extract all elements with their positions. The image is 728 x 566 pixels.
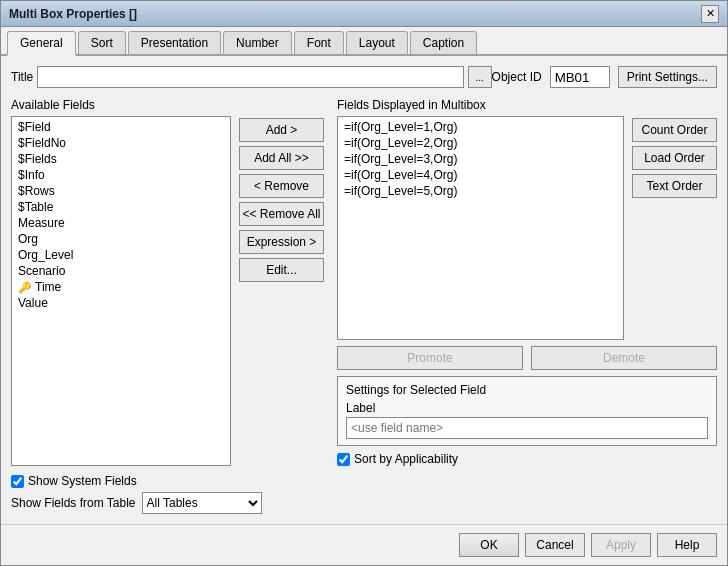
tab-number[interactable]: Number	[223, 31, 292, 54]
list-item-text: $Field	[18, 120, 51, 134]
show-fields-row: Show Fields from Table All Tables	[11, 492, 717, 514]
add-button[interactable]: Add >	[239, 118, 324, 142]
add-all-button[interactable]: Add All >>	[239, 146, 324, 170]
title-label: Title	[11, 70, 33, 84]
demote-button[interactable]: Demote	[531, 346, 717, 370]
selected-field-title: Settings for Selected Field	[346, 383, 708, 397]
count-order-button[interactable]: Count Order	[632, 118, 717, 142]
title-input[interactable]	[37, 66, 463, 88]
list-item-text: $Fields	[18, 152, 57, 166]
remove-all-button[interactable]: << Remove All	[239, 202, 324, 226]
list-item-text: $Info	[18, 168, 45, 182]
list-item[interactable]: =if(Org_Level=3,Org)	[340, 151, 621, 167]
browse-button[interactable]: ...	[468, 66, 492, 88]
list-item[interactable]: Org_Level	[14, 247, 228, 263]
list-item[interactable]: =if(Org_Level=1,Org)	[340, 119, 621, 135]
tab-general[interactable]: General	[7, 31, 76, 56]
print-settings-button[interactable]: Print Settings...	[618, 66, 717, 88]
text-order-button[interactable]: Text Order	[632, 174, 717, 198]
list-item[interactable]: Value	[14, 295, 228, 311]
promote-demote-row: Promote Demote	[337, 346, 717, 370]
list-item[interactable]: $Table	[14, 199, 228, 215]
list-item[interactable]: Measure	[14, 215, 228, 231]
list-item-text: $Table	[18, 200, 53, 214]
ok-button[interactable]: OK	[459, 533, 519, 557]
middle-panel: Add > Add All >> < Remove << Remove All …	[239, 98, 329, 466]
list-item-text: Scenario	[18, 264, 65, 278]
key-icon: 🔑	[18, 281, 32, 294]
show-system-checkbox[interactable]	[11, 475, 24, 488]
tab-sort[interactable]: Sort	[78, 31, 126, 54]
bottom-section: Show System Fields Show Fields from Tabl…	[11, 474, 717, 514]
fields-display-label: Fields Displayed in Multibox	[337, 98, 624, 112]
close-button[interactable]: ✕	[701, 5, 719, 23]
available-fields-listbox[interactable]: $Field$FieldNo$Fields$Info$Rows$TableMea…	[11, 116, 231, 466]
list-item-text: Time	[35, 280, 61, 294]
window-title: Multi Box Properties []	[9, 7, 137, 21]
list-item[interactable]: $Fields	[14, 151, 228, 167]
list-item[interactable]: $Rows	[14, 183, 228, 199]
available-fields-label: Available Fields	[11, 98, 231, 112]
tab-caption[interactable]: Caption	[410, 31, 477, 54]
object-id-input[interactable]	[550, 66, 610, 88]
show-fields-select[interactable]: All Tables	[142, 492, 262, 514]
list-item-text: Value	[18, 296, 48, 310]
list-item-text: $Rows	[18, 184, 55, 198]
tab-presentation[interactable]: Presentation	[128, 31, 221, 54]
right-top: Fields Displayed in Multibox =if(Org_Lev…	[337, 98, 717, 340]
main-window: Multi Box Properties [] ✕ GeneralSortPre…	[0, 0, 728, 566]
left-panel: Available Fields $Field$FieldNo$Fields$I…	[11, 98, 231, 466]
field-label-label: Label	[346, 401, 708, 415]
list-item[interactable]: $Field	[14, 119, 228, 135]
right-buttons: Count Order Load Order Text Order	[632, 98, 717, 340]
main-content: Title ... Object ID Print Settings... Av…	[1, 56, 727, 524]
remove-button[interactable]: < Remove	[239, 174, 324, 198]
cancel-button[interactable]: Cancel	[525, 533, 585, 557]
list-item[interactable]: Org	[14, 231, 228, 247]
object-id-section: Object ID Print Settings...	[492, 66, 717, 88]
sort-by-label: Sort by Applicability	[337, 452, 458, 466]
list-item-text: Measure	[18, 216, 65, 230]
promote-button[interactable]: Promote	[337, 346, 523, 370]
title-bar: Multi Box Properties [] ✕	[1, 1, 727, 27]
show-fields-label: Show Fields from Table	[11, 496, 136, 510]
expression-button[interactable]: Expression >	[239, 230, 324, 254]
sort-by-text: Sort by Applicability	[354, 452, 458, 466]
object-id-label: Object ID	[492, 70, 542, 84]
list-item[interactable]: Scenario	[14, 263, 228, 279]
selected-field-box: Settings for Selected Field Label	[337, 376, 717, 446]
list-item[interactable]: =if(Org_Level=4,Org)	[340, 167, 621, 183]
tabs-bar: GeneralSortPresentationNumberFontLayoutC…	[1, 27, 727, 56]
list-item[interactable]: $FieldNo	[14, 135, 228, 151]
show-system-label: Show System Fields	[11, 474, 717, 488]
right-panel: Fields Displayed in Multibox =if(Org_Lev…	[337, 98, 717, 466]
list-item-text: Org	[18, 232, 38, 246]
tab-layout[interactable]: Layout	[346, 31, 408, 54]
list-item[interactable]: $Info	[14, 167, 228, 183]
list-item[interactable]: 🔑Time	[14, 279, 228, 295]
show-system-text: Show System Fields	[28, 474, 137, 488]
list-item[interactable]: =if(Org_Level=5,Org)	[340, 183, 621, 199]
tab-font[interactable]: Font	[294, 31, 344, 54]
top-row: Title ... Object ID Print Settings...	[11, 66, 717, 88]
edit-button[interactable]: Edit...	[239, 258, 324, 282]
main-area: Available Fields $Field$FieldNo$Fields$I…	[11, 98, 717, 466]
list-item-text: Org_Level	[18, 248, 73, 262]
load-order-button[interactable]: Load Order	[632, 146, 717, 170]
field-label-input[interactable]	[346, 417, 708, 439]
list-item-text: $FieldNo	[18, 136, 66, 150]
footer: OK Cancel Apply Help	[1, 524, 727, 565]
fields-displayed-listbox[interactable]: =if(Org_Level=1,Org)=if(Org_Level=2,Org)…	[337, 116, 624, 340]
fields-display: Fields Displayed in Multibox =if(Org_Lev…	[337, 98, 624, 340]
title-section: Title ...	[11, 66, 492, 88]
sort-by-checkbox[interactable]	[337, 453, 350, 466]
help-button[interactable]: Help	[657, 533, 717, 557]
list-item[interactable]: =if(Org_Level=2,Org)	[340, 135, 621, 151]
sort-by-row: Sort by Applicability	[337, 452, 717, 466]
apply-button[interactable]: Apply	[591, 533, 651, 557]
